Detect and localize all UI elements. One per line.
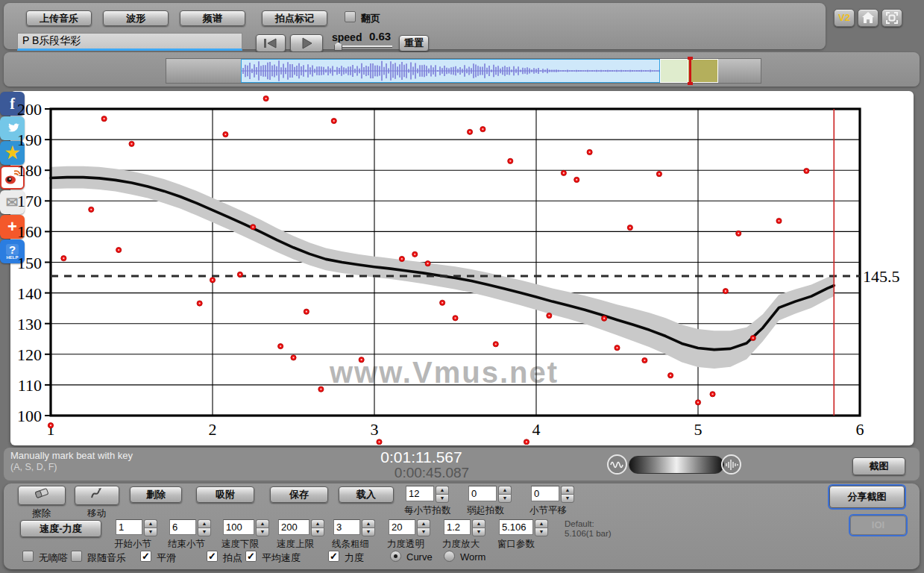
param-spinner-4-label: 线条粗细	[332, 538, 369, 551]
display-mode-label-curve: Curve	[406, 551, 433, 563]
waveform-track[interactable]	[166, 58, 761, 84]
beat-dot-center	[725, 290, 726, 292]
option-checkbox-5[interactable]: ✓	[328, 551, 339, 562]
param-spinner-6-input[interactable]	[444, 519, 471, 535]
beat-dot-center	[50, 425, 51, 426]
param-spinner-6-up-button[interactable]: ▲	[472, 519, 485, 527]
option-checkbox-4[interactable]: ✓	[245, 551, 257, 562]
param-spinner-4-input[interactable]	[333, 519, 360, 535]
reset-button[interactable]: 重置	[399, 35, 429, 51]
param-spinner-1-up-button[interactable]: ▲	[198, 519, 211, 527]
param-spinner-0-down-button[interactable]: ▼	[144, 527, 157, 536]
param-spinner-2-up-button[interactable]: ▲	[256, 519, 269, 527]
nav-button-1[interactable]: 波形	[103, 10, 169, 26]
param-spinner-5-down-button[interactable]: ▼	[417, 527, 430, 536]
beat-spinner-0-spinner: ▲▼	[436, 486, 449, 501]
param-spinner-5-input[interactable]	[389, 519, 415, 535]
display-mode-radio-curve[interactable]	[390, 551, 401, 562]
fullscreen-button[interactable]	[881, 9, 902, 27]
waveform-playhead[interactable]	[689, 57, 691, 85]
beat-spinner-2-down-button[interactable]: ▼	[561, 494, 574, 503]
beat-dot-center	[778, 220, 779, 222]
option-checkbox-0[interactable]	[22, 551, 34, 562]
param-spinner-0-input[interactable]	[116, 519, 142, 535]
param-spinner-3-down-button[interactable]: ▼	[311, 527, 324, 536]
share-screenshot-button[interactable]: 分享截图	[829, 486, 905, 508]
beat-dot-center	[378, 441, 380, 442]
param-spinner-5-up-button[interactable]: ▲	[417, 519, 430, 527]
beat-spinner-1-up-button[interactable]: ▲	[498, 486, 512, 494]
param-spinner-3-input[interactable]	[278, 519, 309, 535]
home-button[interactable]	[858, 9, 879, 27]
action-button-2[interactable]: 保存	[270, 486, 328, 503]
y-tick-label: 170	[17, 192, 42, 210]
waveform-region-current[interactable]	[660, 59, 688, 83]
screenshot-button[interactable]: 截图	[852, 457, 905, 475]
ioi-button[interactable]: IOI	[850, 516, 906, 535]
action-button-1[interactable]: 吸附	[196, 486, 254, 503]
y-tick-label: 120	[17, 345, 42, 364]
option-checkbox-label-1: 跟随音乐	[87, 551, 126, 565]
param-spinner-1-input[interactable]	[169, 519, 196, 535]
eraser-tool-button[interactable]	[18, 486, 66, 505]
beat-dot-center	[239, 274, 241, 275]
beat-dot-center	[118, 249, 119, 251]
waveform-region-window[interactable]	[688, 59, 718, 83]
option-checkbox-3[interactable]: ✓	[207, 551, 218, 562]
waveform-selection[interactable]	[241, 59, 660, 83]
sine-wave-icon	[610, 460, 624, 470]
beat-spinner-1-input[interactable]	[468, 486, 497, 501]
action-button-0[interactable]: 删除	[130, 486, 182, 503]
option-checkbox-label-3: 拍点	[223, 551, 242, 565]
x-tick-label: 6	[856, 420, 864, 439]
param-spinner-7-label: 窗口参数	[497, 538, 535, 551]
param-spinner-0-up-button[interactable]: ▲	[144, 519, 157, 527]
x-tick-label: 2	[209, 420, 217, 439]
beat-dot-center	[670, 375, 671, 376]
beat-spinner-0-up-button[interactable]: ▲	[436, 486, 449, 494]
beat-spinner-2-input[interactable]	[531, 486, 559, 501]
music-audio-toggle-button[interactable]	[721, 454, 741, 475]
tempo-dynamics-mode-button[interactable]: 速度-力度	[20, 520, 101, 537]
display-mode-radio-worm[interactable]	[444, 551, 455, 562]
volume-balance-slider[interactable]	[629, 456, 724, 474]
v2-version-button[interactable]: V2	[834, 9, 855, 27]
option-checkbox-label-0: 无嘀嗒	[39, 551, 68, 565]
speed-slider-track[interactable]	[334, 46, 392, 48]
param-spinner-2-down-button[interactable]: ▼	[256, 527, 269, 536]
beat-dot-center	[320, 389, 321, 390]
param-spinner-7-input[interactable]	[499, 519, 533, 535]
param-spinner-1-label: 结束小节	[168, 538, 205, 551]
nav-button-0[interactable]: 上传音乐	[26, 10, 92, 26]
param-spinner-7-down-button[interactable]: ▼	[535, 527, 548, 536]
beat-spinner-0-label: 每小节拍数	[404, 504, 451, 517]
option-checkbox-2[interactable]: ✓	[140, 551, 151, 562]
beat-spinner-2-up-button[interactable]: ▲	[561, 486, 574, 494]
x-tick-label: 3	[371, 420, 379, 439]
y-tick-label: 160	[17, 222, 42, 241]
param-spinner-7-up-button[interactable]: ▲	[535, 519, 548, 527]
beat-spinner-0-input[interactable]	[406, 486, 434, 501]
param-spinner-6-down-button[interactable]: ▼	[472, 527, 485, 536]
tempo-audio-toggle-button[interactable]	[607, 454, 627, 475]
beat-spinner-0-down-button[interactable]: ▼	[436, 494, 449, 503]
action-button-3[interactable]: 载入	[339, 486, 394, 503]
filename-input[interactable]	[17, 33, 242, 51]
param-spinner-1-down-button[interactable]: ▼	[198, 527, 211, 536]
param-spinner-2-input[interactable]	[223, 519, 254, 535]
option-checkbox-label-2: 平滑	[157, 551, 176, 565]
move-tool-button[interactable]	[75, 486, 119, 505]
beat-spinner-1-down-button[interactable]: ▼	[498, 494, 512, 503]
beat-dot-center	[306, 311, 307, 313]
option-checkbox-1[interactable]	[71, 551, 82, 562]
nav-button-2[interactable]: 频谱	[180, 10, 245, 26]
param-spinner-4-down-button[interactable]: ▼	[362, 527, 375, 536]
play-button[interactable]	[290, 34, 323, 52]
nav-button-3[interactable]: 拍点标记	[262, 10, 327, 26]
param-spinner-4-up-button[interactable]: ▲	[362, 519, 375, 527]
beat-dot-center	[131, 143, 132, 145]
param-spinner-3-up-button[interactable]: ▲	[311, 519, 324, 527]
skip-to-start-button[interactable]	[256, 34, 286, 52]
beat-dot-center	[199, 302, 201, 304]
flip-page-checkbox[interactable]	[345, 11, 356, 22]
